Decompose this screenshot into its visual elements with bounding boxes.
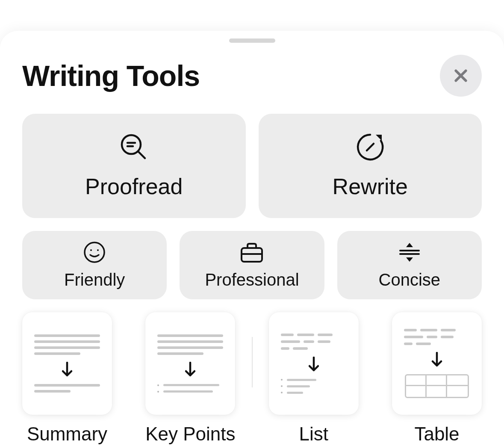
friendly-icon <box>83 241 106 263</box>
svg-line-3 <box>138 151 145 158</box>
list-card <box>269 312 359 415</box>
text-lines-icon <box>157 334 223 355</box>
proofread-button[interactable]: Proofread <box>22 114 246 218</box>
svg-marker-16 <box>406 257 413 262</box>
sheet-content: Proofread Rewrite <box>0 97 504 445</box>
keypoints-card <box>145 312 235 415</box>
close-button[interactable] <box>440 55 482 97</box>
professional-icon <box>239 241 265 263</box>
arrow-down-icon <box>431 352 443 367</box>
summary-card <box>22 312 112 415</box>
proofread-label: Proofread <box>85 174 183 199</box>
main-actions-row: Proofread Rewrite <box>22 114 482 218</box>
list-button[interactable]: List <box>269 312 359 445</box>
result-lines-icon <box>34 384 100 393</box>
svg-point-9 <box>90 249 92 251</box>
list-bullets-icon <box>281 379 347 394</box>
professional-label: Professional <box>205 270 299 289</box>
sheet-header: Writing Tools <box>0 43 504 97</box>
text-lines-icon <box>34 334 100 355</box>
list-label: List <box>299 423 328 445</box>
rewrite-button[interactable]: Rewrite <box>259 114 482 218</box>
transform-row: Summary <box>22 312 482 445</box>
proofread-icon <box>119 133 148 162</box>
table-icon <box>405 374 469 398</box>
dash-lines-icon <box>281 334 347 350</box>
keypoints-button[interactable]: Key Points <box>145 312 235 445</box>
arrow-down-icon <box>61 362 73 377</box>
rewrite-icon <box>355 133 385 162</box>
bullet-lines-icon <box>157 384 223 393</box>
arrow-down-icon <box>308 357 320 372</box>
writing-tools-sheet: Writing Tools Proofread <box>0 31 504 446</box>
concise-button[interactable]: Concise <box>337 231 482 299</box>
friendly-button[interactable]: Friendly <box>22 231 167 299</box>
sheet-title: Writing Tools <box>22 59 200 92</box>
close-icon <box>452 67 469 84</box>
arrow-down-icon <box>184 362 196 377</box>
sheet-grabber[interactable] <box>229 38 275 43</box>
svg-marker-15 <box>406 243 413 247</box>
table-label: Table <box>414 423 459 445</box>
friendly-label: Friendly <box>64 270 125 289</box>
dash-lines-icon <box>404 329 470 345</box>
transform-divider <box>252 337 253 387</box>
table-button[interactable]: Table <box>392 312 482 445</box>
summary-button[interactable]: Summary <box>22 312 112 445</box>
svg-line-7 <box>367 144 374 151</box>
svg-point-10 <box>97 249 99 251</box>
concise-label: Concise <box>379 270 441 289</box>
svg-point-8 <box>85 242 104 262</box>
summary-label: Summary <box>27 423 107 445</box>
professional-button[interactable]: Professional <box>180 231 324 299</box>
rewrite-label: Rewrite <box>333 174 408 199</box>
concise-icon <box>398 241 421 263</box>
keypoints-label: Key Points <box>145 423 235 445</box>
tone-row: Friendly Professional <box>22 231 482 299</box>
table-card <box>392 312 482 415</box>
svg-marker-6 <box>376 135 382 141</box>
